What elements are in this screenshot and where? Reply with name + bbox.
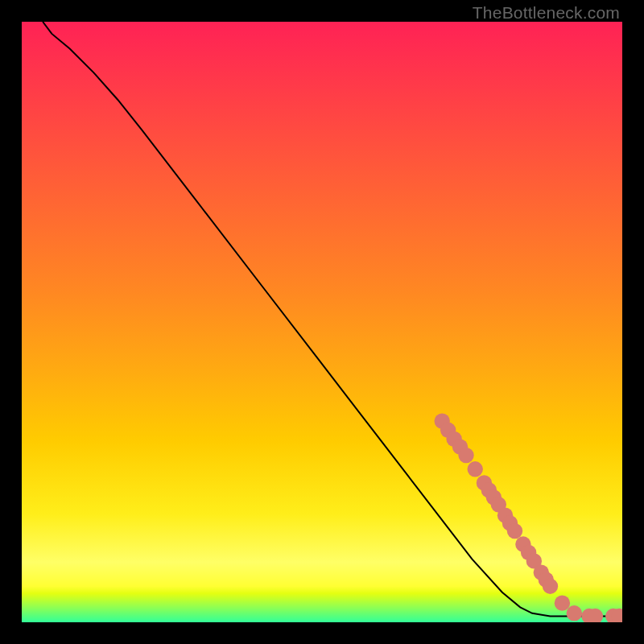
chart-marker <box>507 523 522 539</box>
chart-curve <box>43 22 622 617</box>
chart-svg <box>22 22 622 622</box>
chart-plot-area <box>22 22 622 622</box>
chart-marker <box>543 579 558 594</box>
chart-markers <box>435 413 623 622</box>
chart-marker <box>567 605 582 621</box>
chart-marker <box>555 595 570 610</box>
chart-marker <box>458 448 473 463</box>
watermark-text: TheBottleneck.com <box>473 3 620 23</box>
chart-marker <box>468 461 483 477</box>
